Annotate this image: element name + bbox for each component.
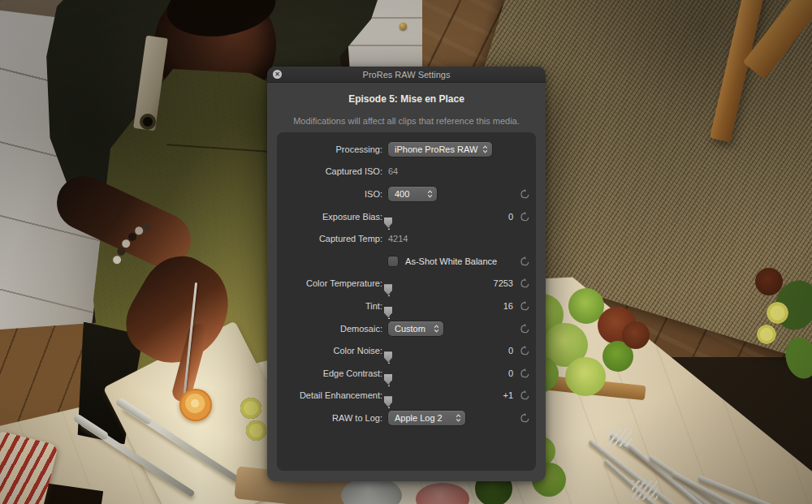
raw-to-log-reset-button[interactable] [520, 412, 530, 423]
as-shot-white-balance-checkbox[interactable] [388, 256, 398, 266]
prores-raw-settings-dialog: ✕ ProRes RAW Settings Episode 5: Mise en… [267, 67, 546, 481]
white-balance-reset-button[interactable] [520, 256, 530, 266]
dialog-titlebar: ✕ ProRes RAW Settings [267, 67, 546, 83]
photo-cucumber-slice [757, 325, 776, 344]
reset-undo-icon [520, 211, 530, 222]
demosaic-reset-button[interactable] [520, 323, 530, 334]
color-noise-reset-button[interactable] [520, 346, 530, 356]
processing-popup[interactable]: iPhone ProRes RAW [388, 142, 492, 157]
captured-iso-value: 64 [388, 166, 398, 176]
edge-contrast-reset-button[interactable] [520, 368, 530, 378]
raw-to-log-popup[interactable]: Apple Log 2 [388, 411, 465, 425]
edge-contrast-value: 0 [476, 368, 513, 378]
demosaic-popup[interactable]: Custom [388, 321, 443, 336]
slider-thumb[interactable] [384, 307, 392, 317]
captured-iso-label: Captured ISO: [277, 166, 382, 176]
photo-lettuce-leaf [565, 357, 606, 396]
reset-undo-icon [520, 188, 530, 199]
row-processing: Processing: iPhone ProRes RAW [277, 138, 536, 161]
iso-popup[interactable]: 400 [388, 187, 437, 201]
row-demosaic: Demosaic: Custom [277, 317, 536, 340]
slider-thumb[interactable] [384, 284, 392, 295]
screen: ✕ ProRes RAW Settings Episode 5: Mise en… [0, 0, 812, 504]
dialog-title: ProRes RAW Settings [363, 70, 451, 80]
row-detail-enhancement: Detail Enhancement: +1 [277, 385, 536, 407]
photo-cabinet-knob [400, 23, 407, 30]
row-color-temperature: Color Temperature: 7253 [277, 273, 536, 295]
photo-fork-tines [607, 429, 632, 446]
iso-reset-button[interactable] [520, 188, 530, 199]
row-captured-temp: Captured Temp: 4214 [277, 227, 536, 250]
popup-updown-chevrons-icon [456, 413, 461, 423]
color-noise-label: Color Noise: [277, 346, 382, 355]
reset-undo-icon [520, 256, 530, 266]
dialog-subtitle: Modifications will affect all clips that… [267, 116, 546, 126]
tint-reset-button[interactable] [520, 300, 530, 311]
color-noise-value: 0 [476, 346, 513, 355]
row-color-noise: Color Noise: 0 [277, 339, 536, 362]
row-iso: ISO: 400 [277, 183, 536, 205]
exposure-bias-label: Exposure Bias: [277, 212, 382, 222]
color-temperature-reset-button[interactable] [520, 278, 530, 289]
photo-fork-tines [632, 480, 658, 500]
reset-undo-icon [520, 346, 530, 356]
detail-enhancement-label: Detail Enhancement: [277, 390, 382, 400]
captured-temp-value: 4214 [388, 234, 408, 243]
captured-temp-label: Captured Temp: [277, 234, 382, 243]
popup-updown-chevrons-icon [434, 324, 439, 334]
demosaic-label: Demosaic: [277, 324, 382, 334]
photo-orange-half [179, 389, 212, 421]
slider-thumb[interactable] [384, 374, 392, 385]
processing-popup-value: iPhone ProRes RAW [395, 144, 477, 154]
slider-thumb[interactable] [384, 351, 392, 362]
close-icon[interactable]: ✕ [273, 70, 282, 79]
photo-cucumber-slice [767, 302, 788, 324]
photo-cucumber-slice [240, 398, 261, 419]
color-temperature-label: Color Temperature: [277, 278, 382, 288]
detail-enhancement-reset-button[interactable] [520, 390, 530, 401]
clip-name-heading: Episode 5: Mise en Place [267, 93, 546, 105]
raw-to-log-label: RAW to Log: [277, 413, 382, 423]
reset-undo-icon [520, 412, 530, 423]
reset-undo-icon [520, 368, 530, 378]
reset-undo-icon [520, 278, 530, 289]
popup-updown-chevrons-icon [482, 144, 488, 154]
row-edge-contrast: Edge Contrast: 0 [277, 362, 536, 385]
photo-red-lettuce-leaf [755, 268, 783, 295]
row-captured-iso: Captured ISO: 64 [277, 161, 536, 183]
exposure-bias-value: 0 [476, 212, 513, 222]
as-shot-white-balance-label: As-Shot White Balance [405, 256, 497, 266]
settings-panel: Processing: iPhone ProRes RAW Captured I… [277, 132, 536, 471]
color-temperature-value: 7253 [476, 278, 513, 288]
processing-label: Processing: [277, 144, 382, 154]
tint-value: 16 [476, 301, 513, 311]
detail-enhancement-value: +1 [476, 390, 513, 400]
tint-label: Tint: [277, 301, 382, 311]
reset-undo-icon [520, 323, 530, 334]
photo-red-lettuce-leaf [622, 321, 650, 349]
iso-popup-value: 400 [395, 189, 409, 199]
row-raw-to-log: RAW to Log: Apple Log 2 [277, 407, 536, 429]
demosaic-popup-value: Custom [395, 324, 425, 334]
slider-thumb[interactable] [384, 396, 392, 407]
row-tint: Tint: 16 [277, 295, 536, 317]
edge-contrast-label: Edge Contrast: [277, 368, 382, 378]
row-as-shot-white-balance: As-Shot White Balance [277, 250, 536, 273]
iso-label: ISO: [277, 189, 382, 199]
row-exposure-bias: Exposure Bias: 0 [277, 205, 536, 228]
photo-apron-grommet [140, 114, 156, 130]
reset-undo-icon [520, 300, 530, 311]
photo-cucumber-slice [246, 420, 266, 441]
reset-undo-icon [520, 390, 530, 401]
exposure-bias-reset-button[interactable] [520, 211, 530, 222]
slider-thumb[interactable] [384, 218, 392, 228]
raw-to-log-popup-value: Apple Log 2 [395, 413, 443, 423]
popup-updown-chevrons-icon [427, 189, 433, 199]
